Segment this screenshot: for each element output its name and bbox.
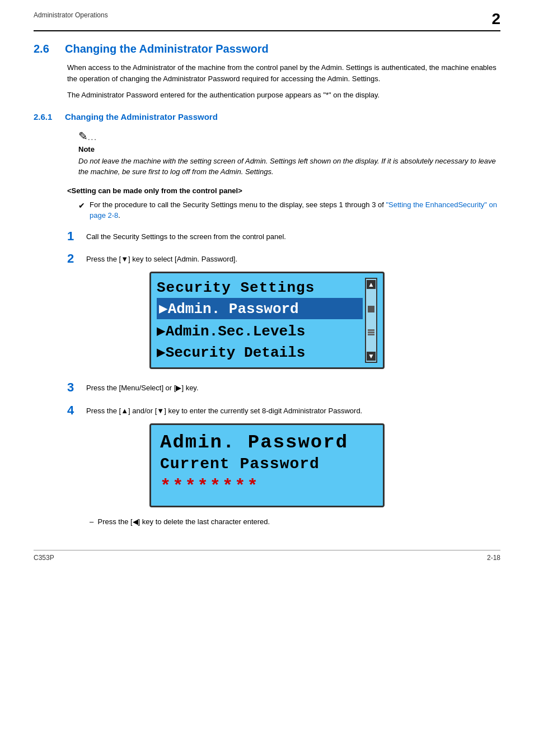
note-pencil-icon: ✎	[78, 129, 88, 143]
lcd1-row1: Security Settings	[157, 278, 363, 298]
lcd-scrollbar: ▲ ▼	[365, 278, 377, 363]
lcd-screen-2: Admin. Password Current Password *******…	[149, 423, 385, 507]
dash-symbol: –	[90, 517, 97, 526]
step-2-number: 2	[67, 251, 78, 266]
step-1-text: Call the Security Settings to the screen…	[86, 229, 286, 243]
header-section-label: Administrator Operations	[34, 11, 108, 19]
subsection-2-6-1-heading: 2.6.1 Changing the Administrator Passwor…	[34, 112, 500, 122]
scroll-up-icon: ▲	[367, 280, 376, 289]
step-2-text: Press the [▼] key to select [Admin. Pass…	[86, 251, 237, 265]
note-text: Do not leave the machine with the settin…	[78, 156, 500, 178]
dash-note-text: Press the [◀] key to delete the last cha…	[97, 517, 270, 526]
lcd2-subtitle: Current Password	[160, 455, 374, 473]
step-1-number: 1	[67, 229, 78, 244]
section-2-6-heading: 2.6 Changing the Administrator Password	[34, 43, 500, 55]
step-2-row: 2 Press the [▼] key to select [Admin. Pa…	[67, 251, 500, 266]
section-body-2: The Administrator Password entered for t…	[67, 90, 500, 101]
bullet-text-part1: For the procedure to call the Security S…	[90, 200, 386, 209]
bullet-item: ✔ For the procedure to call the Security…	[78, 199, 500, 221]
note-label: Note	[78, 145, 500, 153]
note-dots: ...	[88, 133, 97, 142]
section-title: Changing the Administrator Password	[65, 43, 269, 55]
setting-label: <Setting can be made only from the contr…	[67, 186, 500, 195]
step-2-container: 2 Press the [▼] key to select [Admin. Pa…	[34, 251, 500, 369]
page-header: Administrator Operations 2	[34, 11, 500, 31]
section-body-1: When access to the Administrator of the …	[67, 62, 500, 84]
note-block: ✎... Note Do not leave the machine with …	[78, 129, 500, 178]
lcd2-stars: ********	[160, 476, 374, 497]
subsection-number: 2.6.1	[34, 112, 56, 122]
page-footer: C353P 2-18	[34, 550, 500, 562]
scroll-down-icon: ▼	[367, 352, 376, 361]
lcd-screen-1: Security Settings ▶Admin. Password ▶Admi…	[149, 272, 385, 369]
lcd1-row2: ▶Admin. Password	[157, 298, 363, 319]
header-page-number: 2	[491, 11, 500, 27]
subsection-title: Changing the Administrator Password	[65, 112, 218, 122]
footer-right: 2-18	[487, 554, 500, 562]
lcd1-row4: ▶Security Details	[157, 342, 363, 363]
step-3-container: 3 Press the [Menu/Select] or [▶] key.	[34, 380, 500, 395]
step-1-row: 1 Call the Security Settings to the scre…	[67, 229, 500, 244]
step-4-number: 4	[67, 403, 78, 418]
step-1-container: 1 Call the Security Settings to the scre…	[34, 229, 500, 244]
step-3-text: Press the [Menu/Select] or [▶] key.	[86, 380, 199, 394]
lcd1-row3: ▶Admin.Sec.Levels	[157, 320, 363, 342]
checkmark-icon: ✔	[78, 200, 85, 221]
step-4-container: 4 Press the [▲] and/or [▼] key to enter …	[34, 403, 500, 528]
step-3-row: 3 Press the [Menu/Select] or [▶] key.	[67, 380, 500, 395]
bullet-list: ✔ For the procedure to call the Security…	[78, 199, 500, 221]
step-4-text: Press the [▲] and/or [▼] key to enter th…	[86, 403, 362, 417]
scroll-thumb	[368, 306, 374, 312]
lcd2-title: Admin. Password	[160, 432, 374, 453]
step-4-row: 4 Press the [▲] and/or [▼] key to enter …	[67, 403, 500, 418]
dash-note: – Press the [◀] key to delete the last c…	[90, 516, 500, 528]
bullet-text-part2: .	[118, 211, 120, 220]
bullet-text: For the procedure to call the Security S…	[90, 199, 500, 221]
section-number: 2.6	[34, 43, 56, 55]
step-3-number: 3	[67, 380, 78, 395]
footer-left: C353P	[34, 554, 54, 562]
